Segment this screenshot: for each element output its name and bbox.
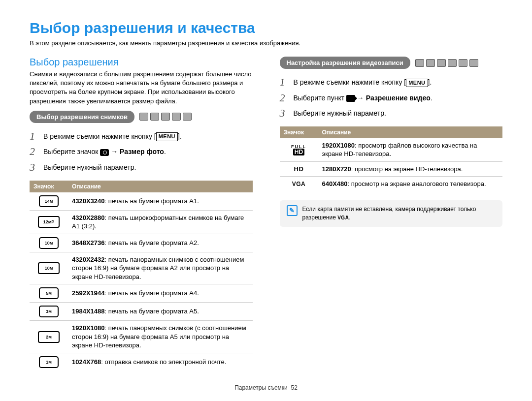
- res-value: 4320X2880: [72, 214, 105, 221]
- mode-icon: [437, 59, 446, 67]
- table-row: 5м 2592X1944: печать на бумаге формата A…: [30, 284, 253, 303]
- step-text: В режиме съемки нажмите кнопку [: [43, 132, 156, 140]
- res-value: 4320X2432: [72, 256, 105, 263]
- arrow-icon: →: [109, 148, 120, 155]
- fullhd-icon: FULLHD: [291, 143, 306, 154]
- camera-icon: [100, 149, 109, 156]
- res-value: 1920X1080: [72, 324, 105, 332]
- mode-icon: [150, 113, 159, 121]
- step-item: Выберите нужный параметр.: [30, 160, 253, 176]
- resolution-icon: 14м: [39, 195, 59, 207]
- movie-icon: [346, 95, 355, 102]
- mode-icon: [415, 59, 424, 67]
- right-column: Настройка разрешения видеозаписи В режим…: [280, 54, 503, 371]
- table-row: HD 1280X720: просмотр на экране HD-телев…: [280, 161, 503, 177]
- vga-chip: VGA: [337, 215, 349, 221]
- mode-icon: [139, 113, 148, 121]
- photo-resolution-heading-row: Выбор разрешения снимков: [30, 111, 253, 123]
- note-box: ✎ Если карта памяти не вставлена, камера…: [280, 200, 503, 227]
- table-row: 1м 1024X768: отправка снимков по электро…: [30, 353, 253, 371]
- th-icon: Значок: [30, 181, 68, 192]
- photo-resolution-capsule: Выбор разрешения снимков: [30, 111, 134, 123]
- res-desc: : просмотр на экране аналогового телевиз…: [348, 180, 486, 187]
- table-row: 10м 3648X2736: печать на бумаге формата …: [30, 234, 253, 252]
- video-resolution-heading-row: Настройка разрешения видеозаписи: [280, 57, 503, 69]
- res-value: 3648X2736: [72, 239, 105, 247]
- table-row: 14м 4320X3240: печать на бумаге формата …: [30, 192, 253, 211]
- step-item: Выберите нужный параметр.: [280, 106, 503, 122]
- mode-icons-photo: [139, 113, 192, 121]
- step-item: Выберите пункт → Разрешение видео.: [280, 91, 503, 106]
- note-icon: ✎: [287, 205, 298, 216]
- intro-text: В этом разделе описывается, как менять п…: [30, 39, 502, 47]
- th-icon: Значок: [280, 126, 318, 138]
- resolution-icon: 12мP: [38, 216, 60, 228]
- mode-icon: [448, 59, 457, 67]
- resolution-icon: 5м: [39, 287, 59, 299]
- step-bold: Разрешение видео: [366, 94, 431, 102]
- res-value: 1920X1080: [322, 142, 355, 149]
- table-row: VGA 640X480: просмотр на экране аналогов…: [280, 177, 503, 191]
- table-row: FULLHD 1920X1080: просмотр файлов высоко…: [280, 138, 503, 162]
- res-desc: : печать на бумаге формата A2.: [105, 239, 199, 247]
- th-desc: Описание: [318, 126, 503, 138]
- mode-icon: [172, 113, 181, 121]
- resolution-icon: 1м: [39, 356, 59, 368]
- step-text: ].: [428, 78, 432, 86]
- hd-icon: HD: [294, 165, 304, 173]
- step-text: .: [431, 94, 432, 102]
- step-text: Выберите пункт: [294, 94, 346, 102]
- res-value: 1984X1488: [72, 308, 105, 315]
- res-value: 1280X720: [322, 165, 351, 173]
- note-text: Если карта памяти не вставлена, камера п…: [302, 205, 496, 222]
- resolution-icon: 10м: [38, 262, 60, 274]
- step-text: .: [164, 148, 166, 155]
- step-text: В режиме съемки нажмите кнопку [: [294, 78, 406, 86]
- res-desc: : печать на бумаге формата A5.: [105, 308, 199, 315]
- mode-icon: [161, 113, 170, 121]
- th-desc: Описание: [68, 181, 253, 192]
- step-text: ].: [178, 132, 182, 140]
- res-desc: : печать на бумаге формата A1.: [105, 197, 199, 205]
- step-item: В режиме съемки нажмите кнопку [MENU].: [30, 129, 253, 145]
- res-desc: : печать на бумаге формата A4.: [105, 289, 199, 297]
- section-title-resolution: Выбор разрешения: [30, 57, 253, 68]
- resolution-icon: 10м: [39, 237, 59, 249]
- table-row: 12мP 4320X2880: печать широкоформатных с…: [30, 210, 253, 234]
- mode-icon: [183, 113, 192, 121]
- menu-button-chip: MENU: [406, 79, 428, 87]
- video-resolution-table: Значок Описание FULLHD 1920X1080: просмо…: [280, 126, 503, 191]
- table-row: 2м 1920X1080: печать панорамных снимков …: [30, 321, 253, 353]
- manual-page: Выбор разрешения и качества В этом разде…: [0, 0, 532, 401]
- res-value: 4320X3240: [72, 197, 105, 205]
- table-row: 10м 4320X2432: печать панорамных снимков…: [30, 252, 253, 284]
- footer-label: Параметры съемки: [234, 384, 288, 391]
- step-item: Выберите значок → Размер фото.: [30, 144, 253, 160]
- res-value: 640X480: [322, 180, 348, 187]
- mode-icon: [426, 59, 435, 67]
- step-item: В режиме съемки нажмите кнопку [MENU].: [280, 75, 503, 91]
- footer-page-number: 52: [291, 384, 298, 391]
- mode-icon: [459, 59, 467, 67]
- resolution-icon: 2м: [38, 331, 60, 343]
- photo-resolution-table: Значок Описание 14м 4320X3240: печать на…: [30, 181, 253, 371]
- photo-steps: В режиме съемки нажмите кнопку [MENU]. В…: [30, 129, 253, 176]
- table-row: 3м 1984X1488: печать на бумаге формата A…: [30, 303, 253, 321]
- left-column: Выбор разрешения Снимки и видеозаписи с …: [30, 54, 253, 371]
- step-text: Выберите значок: [43, 148, 100, 155]
- page-footer: Параметры съемки 52: [0, 384, 532, 391]
- mode-icon: [469, 59, 478, 67]
- mode-icons-video: [415, 59, 478, 67]
- menu-button-chip: MENU: [156, 132, 178, 141]
- res-value: 1024X768: [72, 358, 101, 366]
- step-bold: Размер фото: [120, 148, 164, 155]
- vga-icon: VGA: [292, 181, 306, 187]
- res-desc: : просмотр на экране HD-телевизора.: [351, 165, 463, 173]
- resolution-paragraph: Снимки и видеозаписи с большим разрешени…: [30, 70, 253, 106]
- video-steps: В режиме съемки нажмите кнопку [MENU]. В…: [280, 75, 503, 122]
- two-column-layout: Выбор разрешения Снимки и видеозаписи с …: [30, 54, 502, 371]
- res-desc: : отправка снимков по электронной почте.: [101, 358, 226, 366]
- res-value: 2592X1944: [72, 289, 105, 297]
- video-resolution-capsule: Настройка разрешения видеозаписи: [280, 57, 410, 69]
- page-title: Выбор разрешения и качества: [30, 20, 502, 36]
